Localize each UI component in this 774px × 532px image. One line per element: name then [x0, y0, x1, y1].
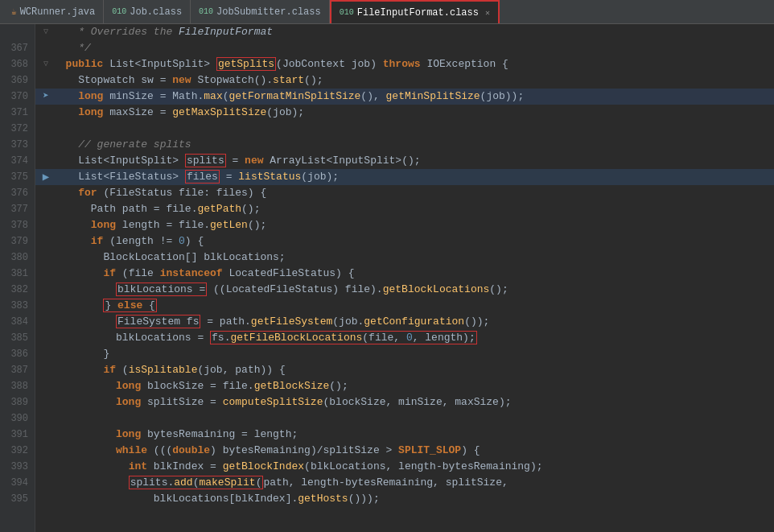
code-lines: ▽ * Overrides the FileInputFormat */ ▽ p…: [35, 24, 774, 507]
line-numbers: 367 368 369 370 371 372 373 374 375 376 …: [0, 24, 35, 532]
editor-window: ☕ WCRunner.java 010 Job.class 010 JobSub…: [0, 0, 774, 532]
code-content[interactable]: ▽ * Overrides the FileInputFormat */ ▽ p…: [35, 24, 774, 532]
arrow-icon-370: ➤: [43, 89, 49, 105]
fold-icon-368: ▽: [43, 56, 48, 72]
code-line-378: long length = file.getLen();: [35, 217, 774, 233]
line-text-377: Path path = file.getPath();: [53, 201, 260, 217]
java-icon: ☕: [11, 6, 17, 17]
tab-label: WCRunner.java: [20, 6, 96, 18]
gutter-370: ➤: [39, 89, 53, 105]
code-line-377: Path path = file.getPath();: [35, 201, 774, 217]
line-text-387: if (isSplitable(job, path)) {: [53, 362, 286, 378]
code-line-387: if (isSplitable(job, path)) {: [35, 362, 774, 378]
line-text-393: int blkIndex = getBlockIndex(blkLocation…: [53, 459, 543, 475]
line-text-374: List<InputSplit> splits = new ArrayList<…: [53, 153, 421, 169]
line-text-382: blkLocations = ((LocatedFileStatus) file…: [53, 282, 508, 298]
line-text-395: blkLocations[blkIndex].getHosts()));: [53, 491, 380, 507]
line-text-373: // generate splits: [53, 137, 191, 153]
code-line-391: long bytesRemaining = length;: [35, 427, 774, 443]
class-icon: 010: [112, 7, 126, 16]
gutter-368: ▽: [39, 56, 53, 72]
line-text-391: long bytesRemaining = length;: [53, 427, 298, 443]
code-line-388: long blockSize = file.getBlockSize();: [35, 378, 774, 394]
tab-label: JobSubmitter.class: [216, 6, 321, 18]
code-line-393: int blkIndex = getBlockIndex(blkLocation…: [35, 459, 774, 475]
line-text-386: }: [53, 346, 109, 362]
line-text-385: blkLocations = fs.getFileBlockLocations(…: [53, 330, 477, 346]
code-area: 367 368 369 370 371 372 373 374 375 376 …: [0, 24, 774, 532]
code-line-371: long maxSize = getMaxSplitSize(job);: [35, 105, 774, 121]
code-line-395: blkLocations[blkIndex].getHosts()));: [35, 491, 774, 507]
tab-wc-runner[interactable]: ☕ WCRunner.java: [3, 0, 104, 23]
line-text-378: long length = file.getLen();: [53, 217, 266, 233]
code-line-383: } else {: [35, 298, 774, 314]
fold-icon: ▽: [43, 24, 48, 40]
tab-close-icon[interactable]: ✕: [485, 8, 490, 18]
exec-arrow-375: ▶: [43, 169, 49, 185]
tab-label: Job.class: [130, 6, 182, 18]
code-line-384: FileSystem fs = path.getFileSystem(job.g…: [35, 314, 774, 330]
code-line-369: Stopwatch sw = new Stopwatch().start();: [35, 72, 774, 89]
code-line-368: ▽ public List<InputSplit> getSplits(JobC…: [35, 56, 774, 72]
line-text-367: */: [53, 40, 91, 56]
code-line-390: [35, 410, 774, 427]
code-line-372: [35, 121, 774, 137]
line-text-380: BlockLocation[] blkLocations;: [53, 250, 286, 266]
line-text-392: while (((double) bytesRemaining)/splitSi…: [53, 443, 480, 459]
line-text-376: for (FileStatus file: files) {: [53, 185, 266, 201]
line-text-383: } else {: [53, 298, 157, 314]
code-line-380: BlockLocation[] blkLocations;: [35, 250, 774, 266]
code-line-381: if (file instanceof LocatedFileStatus) {: [35, 266, 774, 282]
class-icon: 010: [199, 7, 213, 16]
tab-job-class[interactable]: 010 Job.class: [104, 0, 191, 23]
line-text-390: [53, 410, 60, 427]
class-icon: 010: [340, 8, 354, 17]
line-text-372: [53, 121, 60, 137]
code-line-373: // generate splits: [35, 137, 774, 153]
tab-job-submitter[interactable]: 010 JobSubmitter.class: [191, 0, 330, 23]
line-text-394: splits.add(makeSplit(path, length-bytesR…: [53, 475, 508, 491]
code-line-386: }: [35, 346, 774, 362]
code-line-394: splits.add(makeSplit(path, length-bytesR…: [35, 475, 774, 491]
tab-label: FileInputFormat.class: [357, 7, 479, 19]
code-line-375: ▶ List<FileStatus> files = listStatus(jo…: [35, 169, 774, 185]
code-line-389: long splitSize = computeSplitSize(blockS…: [35, 394, 774, 410]
gutter-366: ▽: [39, 24, 53, 40]
code-line-367: */: [35, 40, 774, 56]
code-line-382: blkLocations = ((LocatedFileStatus) file…: [35, 282, 774, 298]
code-line-366: ▽ * Overrides the FileInputFormat: [35, 24, 774, 40]
gutter-375: ▶: [39, 169, 53, 185]
line-text-375: List<FileStatus> files = listStatus(job)…: [53, 169, 339, 185]
code-line-374: List<InputSplit> splits = new ArrayList<…: [35, 153, 774, 169]
line-text-368: public List<InputSplit> getSplits(JobCon…: [53, 56, 508, 72]
line-text-381: if (file instanceof LocatedFileStatus) {: [53, 266, 355, 282]
code-line-392: while (((double) bytesRemaining)/splitSi…: [35, 443, 774, 459]
line-text-379: if (length != 0) {: [53, 233, 204, 250]
code-line-385: blkLocations = fs.getFileBlockLocations(…: [35, 330, 774, 346]
line-text-366: * Overrides the FileInputFormat: [53, 24, 273, 40]
line-text-384: FileSystem fs = path.getFileSystem(job.g…: [53, 314, 489, 330]
line-text-389: long splitSize = computeSplitSize(blockS…: [53, 394, 512, 410]
code-line-370: ➤ long minSize = Math.max(getFormatMinSp…: [35, 89, 774, 105]
line-text-369: Stopwatch sw = new Stopwatch().start();: [53, 72, 323, 89]
line-text-388: long blockSize = file.getBlockSize();: [53, 378, 348, 394]
line-text-370: long minSize = Math.max(getFormatMinSpli…: [53, 89, 524, 105]
tab-bar: ☕ WCRunner.java 010 Job.class 010 JobSub…: [0, 0, 774, 24]
code-line-376: for (FileStatus file: files) {: [35, 185, 774, 201]
tab-file-input-format[interactable]: 010 FileInputFormat.class ✕: [330, 0, 500, 23]
line-text-371: long maxSize = getMaxSplitSize(job);: [53, 105, 304, 121]
code-line-379: if (length != 0) {: [35, 233, 774, 250]
